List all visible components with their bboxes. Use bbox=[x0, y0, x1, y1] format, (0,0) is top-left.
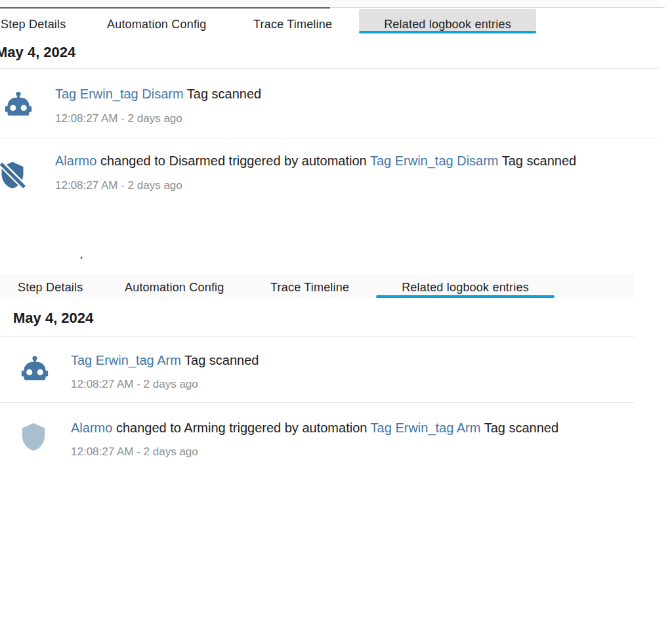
tab-automation-config[interactable]: Automation Config bbox=[107, 17, 207, 31]
logbook-message: Alarmo changed to Arming triggered by au… bbox=[71, 419, 558, 436]
logbook-message: Tag Erwin_tag Arm Tag scanned bbox=[71, 352, 259, 369]
logbook-timestamp: 12:08:27 AM - 2 days ago bbox=[71, 445, 198, 459]
robot-icon bbox=[20, 354, 49, 382]
divider bbox=[0, 336, 635, 337]
tab-step-details[interactable]: Step Details bbox=[18, 280, 83, 295]
date-header: May 4, 2024 bbox=[13, 309, 93, 327]
entity-link[interactable]: Tag Erwin_tag Arm bbox=[71, 353, 181, 367]
entity-link[interactable]: Alarmo bbox=[71, 421, 112, 435]
automation-link[interactable]: Tag Erwin_tag Arm bbox=[371, 421, 481, 435]
message-text: Tag scanned bbox=[480, 421, 558, 435]
message-text: Tag scanned bbox=[181, 353, 259, 367]
tab-step-details[interactable]: Step Details bbox=[1, 17, 66, 31]
divider bbox=[0, 68, 660, 69]
trace-panel-bottom: Step Details Automation Config Trace Tim… bbox=[0, 274, 665, 639]
entity-link[interactable]: Alarmo bbox=[55, 154, 96, 168]
tab-trace-timeline[interactable]: Trace Timeline bbox=[253, 17, 332, 31]
active-tab-indicator bbox=[376, 295, 555, 298]
shield-off-icon bbox=[0, 161, 27, 190]
tab-automation-config[interactable]: Automation Config bbox=[125, 280, 224, 295]
divider bbox=[0, 138, 660, 138]
message-text: Tag scanned bbox=[184, 87, 262, 101]
top-border-light bbox=[330, 7, 665, 8]
logbook-message: Tag Erwin_tag Disarm Tag scanned bbox=[55, 85, 261, 102]
top-strip bbox=[0, 0, 660, 7]
logbook-timestamp: 12:08:27 AM - 2 days ago bbox=[55, 178, 182, 193]
logbook-message: Alarmo changed to Disarmed triggered by … bbox=[55, 152, 576, 169]
automation-link[interactable]: Tag Erwin_tag Disarm bbox=[370, 154, 499, 168]
shield-icon bbox=[18, 422, 49, 452]
message-text: changed to Disarmed triggered by automat… bbox=[96, 154, 370, 168]
divider bbox=[0, 402, 635, 403]
top-border-dark bbox=[0, 7, 330, 9]
entity-link[interactable]: Tag Erwin_tag Disarm bbox=[55, 87, 184, 101]
tab-trace-timeline[interactable]: Trace Timeline bbox=[270, 280, 349, 295]
message-text: Tag scanned bbox=[499, 154, 577, 168]
date-header: May 4, 2024 bbox=[0, 43, 75, 62]
message-text: changed to Arming triggered by automatio… bbox=[112, 421, 370, 435]
tab-related-logbook-entries[interactable]: Related logbook entries bbox=[376, 280, 555, 295]
logbook-timestamp: 12:08:27 AM - 2 days ago bbox=[55, 112, 182, 126]
trace-panel-top: Step Details Automation Config Trace Tim… bbox=[0, 0, 665, 274]
tab-related-logbook-entries[interactable]: Related logbook entries bbox=[359, 17, 536, 31]
logbook-timestamp: 12:08:27 AM - 2 days ago bbox=[71, 377, 198, 392]
robot-icon bbox=[4, 89, 33, 118]
stray-dot: . bbox=[79, 247, 83, 261]
